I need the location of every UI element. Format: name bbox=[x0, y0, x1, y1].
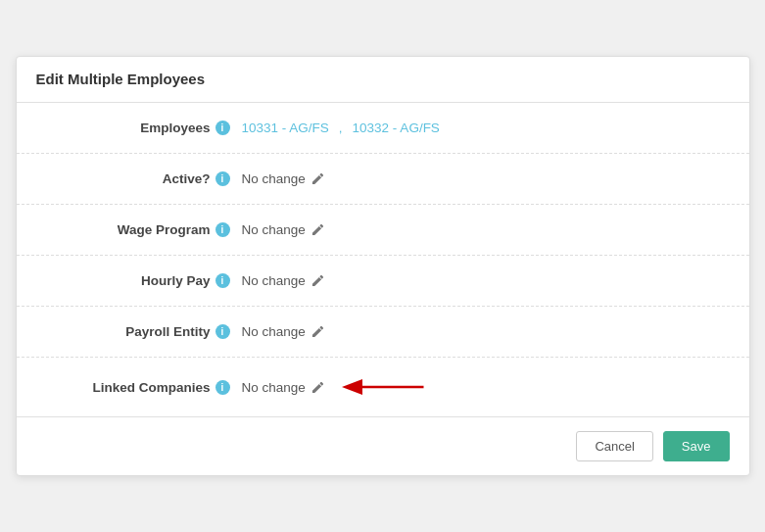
wage-program-info-icon[interactable]: i bbox=[215, 222, 230, 237]
employees-row: Employees i 10331 - AG/FS, 10332 - AG/FS bbox=[17, 103, 749, 154]
active-value: No change bbox=[242, 171, 720, 186]
hourly-pay-value: No change bbox=[242, 273, 720, 288]
payroll-entity-label: Payroll Entity i bbox=[46, 324, 242, 339]
payroll-entity-value: No change bbox=[242, 324, 720, 339]
linked-companies-row: Linked Companies i No change bbox=[17, 358, 749, 416]
cancel-button[interactable]: Cancel bbox=[576, 431, 652, 461]
payroll-entity-edit-icon[interactable] bbox=[311, 325, 324, 338]
employee-link-2[interactable]: 10332 - AG/FS bbox=[353, 121, 440, 135]
employee-link-1[interactable]: 10331 - AG/FS bbox=[242, 121, 329, 135]
active-info-icon[interactable]: i bbox=[215, 171, 230, 186]
linked-companies-label: Linked Companies i bbox=[46, 380, 242, 395]
wage-program-edit-icon[interactable] bbox=[311, 223, 324, 236]
employees-value: 10331 - AG/FS, 10332 - AG/FS bbox=[242, 121, 720, 135]
modal-body: Employees i 10331 - AG/FS, 10332 - AG/FS… bbox=[17, 103, 749, 416]
hourly-pay-row: Hourly Pay i No change bbox=[17, 256, 749, 307]
modal-header: Edit Multiple Employees bbox=[17, 57, 749, 103]
hourly-pay-info-icon[interactable]: i bbox=[215, 273, 230, 288]
active-row: Active? i No change bbox=[17, 154, 749, 205]
modal-footer: Cancel Save bbox=[17, 416, 749, 475]
modal-title: Edit Multiple Employees bbox=[36, 71, 206, 87]
wage-program-label: Wage Program i bbox=[46, 222, 242, 237]
edit-multiple-employees-modal: Edit Multiple Employees Employees i 1033… bbox=[16, 56, 750, 476]
employees-label: Employees i bbox=[46, 121, 242, 135]
save-button[interactable]: Save bbox=[663, 431, 730, 461]
wage-program-row: Wage Program i No change bbox=[17, 205, 749, 256]
wage-program-value: No change bbox=[242, 222, 720, 237]
hourly-pay-label: Hourly Pay i bbox=[46, 273, 242, 288]
linked-companies-info-icon[interactable]: i bbox=[215, 380, 230, 395]
active-edit-icon[interactable] bbox=[311, 172, 324, 185]
payroll-entity-row: Payroll Entity i No change bbox=[17, 307, 749, 358]
linked-companies-value: No change bbox=[242, 375, 720, 399]
active-label: Active? i bbox=[46, 171, 242, 186]
arrow-indicator bbox=[340, 375, 428, 399]
hourly-pay-edit-icon[interactable] bbox=[311, 274, 324, 287]
employees-info-icon[interactable]: i bbox=[215, 121, 230, 135]
payroll-entity-info-icon[interactable]: i bbox=[215, 324, 230, 339]
employee-links: 10331 - AG/FS, 10332 - AG/FS bbox=[242, 121, 440, 135]
linked-companies-edit-icon[interactable] bbox=[311, 381, 324, 394]
